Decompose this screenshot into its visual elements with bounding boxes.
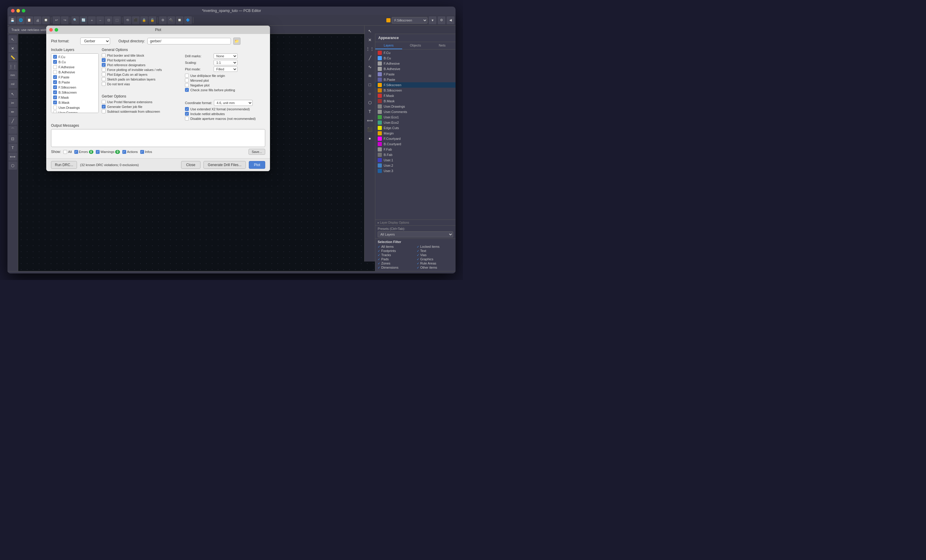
layer-selector[interactable]: F.Silkscreen xyxy=(392,17,428,24)
layer-item-f-silkscreen[interactable]: F.Silkscreen xyxy=(375,82,455,88)
layer-checkbox[interactable]: ✓ xyxy=(53,80,57,84)
fill-icon[interactable]: ⬛ xyxy=(132,17,140,24)
route-icon[interactable]: ⊡ xyxy=(9,134,17,143)
layer-item-b-cu[interactable]: B.Cu xyxy=(375,56,455,61)
sel-filter-item-all-items[interactable]: ✓All items xyxy=(378,245,415,248)
layer-item-user-eco2[interactable]: User.Eco2 xyxy=(375,120,455,125)
layer-checkbox[interactable] xyxy=(53,65,57,69)
right-route-icon[interactable]: ∿ xyxy=(366,63,374,71)
sel-filter-item-graphics[interactable]: ✓Graphics xyxy=(417,257,454,261)
mil-icon[interactable]: mil xyxy=(9,80,17,88)
opt-plot-fp-check[interactable]: ✓ xyxy=(102,58,106,62)
unlock-icon[interactable]: 🔓 xyxy=(148,17,156,24)
undo-icon[interactable]: ↩ xyxy=(53,17,60,24)
opt-use-extended-check[interactable]: ✓ xyxy=(185,107,189,111)
layer-checkbox[interactable]: ✓ xyxy=(53,75,57,79)
layer-item-f-mask[interactable]: F.Mask xyxy=(375,93,455,98)
layer-item-f-paste[interactable]: F.Paste xyxy=(375,72,455,77)
layer-checkbox[interactable] xyxy=(53,70,57,74)
modal-layer-f-cu[interactable]: ✓ F.Cu xyxy=(51,54,98,59)
layer-checkbox[interactable] xyxy=(53,111,57,113)
right-line-icon[interactable]: ╱ xyxy=(366,54,374,62)
layer-checkbox[interactable]: ✓ xyxy=(53,85,57,89)
line-icon[interactable]: ╱ xyxy=(9,116,17,125)
modal-layer-b-silkscreen[interactable]: ✓ B.Silkscreen xyxy=(51,90,98,95)
sel-filter-item-other-items[interactable]: ✓Other items xyxy=(417,266,454,269)
layer-settings-icon[interactable]: ⚙ xyxy=(438,17,445,24)
maximize-button[interactable] xyxy=(22,9,25,12)
layer-display-options[interactable]: ▸ Layer Display Options xyxy=(375,219,455,225)
layer-item-b-adhesive[interactable]: B.Adhesive xyxy=(375,66,455,72)
opt-tent-check[interactable] xyxy=(102,82,106,86)
show-errors-check[interactable]: ✓ xyxy=(74,150,78,154)
layer-item-user-eco1[interactable]: User.Eco1 xyxy=(375,115,455,120)
layer-checkbox[interactable]: ✓ xyxy=(53,55,57,59)
layer-item-f-adhesive[interactable]: F.Adhesive xyxy=(375,61,455,66)
modal-layer-b-cu[interactable]: ✓ B.Cu xyxy=(51,59,98,64)
right-route2-icon[interactable]: ≋ xyxy=(366,72,374,80)
show-actions-check[interactable]: ✓ xyxy=(122,150,126,154)
settings-icon[interactable]: ⚙ xyxy=(159,17,167,24)
opt-use-drill-check[interactable] xyxy=(185,74,189,77)
rotate-icon[interactable]: ⟲ xyxy=(124,17,131,24)
layer-item-user-comments[interactable]: User.Comments xyxy=(375,109,455,115)
tab-layers[interactable]: Layers xyxy=(375,42,402,49)
layer-expand-icon[interactable]: ▼ xyxy=(429,17,436,24)
plot-mode-select[interactable]: Filled xyxy=(213,66,238,72)
scissors-icon[interactable]: ✂ xyxy=(9,99,17,107)
layer-item-f-cu[interactable]: F.Cu xyxy=(375,50,455,56)
sel-filter-item-locked-items[interactable]: ✓Locked items xyxy=(417,245,454,248)
component-icon[interactable]: ⬡ xyxy=(9,162,17,170)
opt-plot-edge-check[interactable] xyxy=(102,72,106,76)
inspect-icon[interactable]: ✕ xyxy=(9,44,17,53)
show-warnings-check[interactable]: ✓ xyxy=(96,150,100,154)
opt-disable-aperture-check[interactable] xyxy=(185,116,189,121)
drill-marks-select[interactable]: None xyxy=(213,53,238,59)
opt-gen-gerber-check[interactable]: ✓ xyxy=(102,105,106,109)
opt-plot-ref-check[interactable]: ✓ xyxy=(102,63,106,67)
sel-filter-item-zones[interactable]: ✓Zones xyxy=(378,261,415,265)
print-icon[interactable]: 🖨 xyxy=(34,17,41,24)
layer-checkbox[interactable]: ✓ xyxy=(53,91,57,94)
layer-item-f-courtyard[interactable]: F.Courtyard xyxy=(375,136,455,141)
opt-force-invisible-check[interactable] xyxy=(102,68,106,72)
layer-checkbox[interactable]: ✓ xyxy=(53,60,57,64)
grid-icon[interactable]: ⋮⋮ xyxy=(9,62,17,70)
modal-layer-b-adhesive[interactable]: B.Adhesive xyxy=(51,69,98,74)
sel-filter-item-rule-areas[interactable]: ✓Rule Areas xyxy=(417,261,454,265)
dialog-expand-button[interactable] xyxy=(54,28,58,32)
show-infos-check[interactable]: ✓ xyxy=(140,150,144,154)
coord-format-select[interactable]: 4.6, unit mm xyxy=(214,100,253,106)
zoom-fit-icon[interactable]: ⊡ xyxy=(105,17,112,24)
modal-layer-f-mask[interactable]: ✓ F.Mask xyxy=(51,95,98,100)
right-comp-icon[interactable]: ⬛ xyxy=(366,125,374,134)
layer-item-f-fab[interactable]: F.Fab xyxy=(375,147,455,152)
right-select-icon[interactable]: ↖ xyxy=(366,27,374,35)
folder-browse-button[interactable]: 📁 xyxy=(233,38,241,45)
output-dir-input[interactable] xyxy=(147,38,231,44)
refresh-icon[interactable]: 🔄 xyxy=(80,17,88,24)
modal-layer-f-paste[interactable]: ✓ F.Paste xyxy=(51,74,98,80)
draw-icon[interactable]: ✏ xyxy=(9,108,17,116)
drc-icon[interactable]: 🔲 xyxy=(176,17,183,24)
modal-layer-b-mask[interactable]: ✓ B.Mask xyxy=(51,100,98,105)
layer-item-user-2[interactable]: User.2 xyxy=(375,163,455,168)
right-text-icon[interactable]: T xyxy=(366,107,374,116)
plot-icon[interactable]: 🔲 xyxy=(42,17,50,24)
drill-files-button[interactable]: Generate Drill Files... xyxy=(203,161,246,169)
sel-filter-item-footprints[interactable]: ✓Footprints xyxy=(378,249,415,252)
cursor-icon[interactable]: ↖ xyxy=(9,90,17,98)
tab-objects[interactable]: Objects xyxy=(402,42,429,49)
modal-layer-f-silkscreen[interactable]: ✓ F.Silkscreen xyxy=(51,85,98,90)
lock-icon[interactable]: 🔒 xyxy=(140,17,148,24)
opt-negative-check[interactable] xyxy=(185,83,189,87)
modal-layer-user-drawings[interactable]: User.Drawings xyxy=(51,105,98,110)
netlist-icon[interactable]: 🔌 xyxy=(167,17,175,24)
text-icon[interactable]: T xyxy=(9,143,17,152)
sel-filter-item-pads[interactable]: ✓Pads xyxy=(378,257,415,261)
sel-filter-item-text[interactable]: ✓Text xyxy=(417,249,454,252)
opt-sketch-check[interactable] xyxy=(102,77,106,81)
opt-include-netlist-check[interactable]: ✓ xyxy=(185,112,189,116)
layer-checkbox[interactable]: ✓ xyxy=(53,101,57,104)
layer-item-margin[interactable]: Margin xyxy=(375,131,455,136)
